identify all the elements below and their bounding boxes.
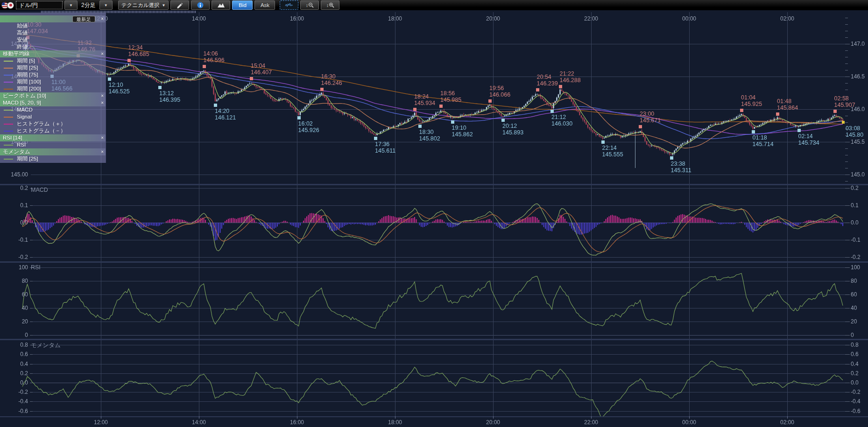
legend-item: 高値 bbox=[0, 29, 106, 36]
timeframe-label[interactable]: 2分足 bbox=[79, 1, 98, 9]
legend-label: 始値 bbox=[17, 23, 28, 28]
legend-section-header[interactable]: 最新足× bbox=[0, 15, 106, 22]
annotation-price: 145.734 bbox=[798, 140, 819, 146]
indicator-tick-label-right: 40 bbox=[851, 305, 857, 311]
indicator-tick-label-right: 0.8 bbox=[851, 342, 859, 348]
chart-canvas[interactable] bbox=[0, 0, 868, 427]
legend-section-header[interactable]: MACD [5, 20, 9]× bbox=[0, 99, 106, 106]
indicator-legend-panel: 最新足×始値高値安値終値移動平均線×期間 [5]期間 [25]期間 [75]期間… bbox=[0, 13, 106, 163]
bottom-annotation: 17:36145.611 bbox=[375, 141, 395, 154]
annotation-price: 145.862 bbox=[452, 131, 473, 138]
zoom-out-button[interactable]: ↕ bbox=[300, 0, 319, 10]
timeframe-dropdown-button[interactable]: ▼ bbox=[99, 0, 113, 10]
indicator-tick-label-right: 60 bbox=[851, 291, 857, 298]
close-icon[interactable]: × bbox=[101, 99, 104, 106]
bottom-annotation: 18:30145.802 bbox=[419, 129, 440, 142]
close-icon[interactable]: × bbox=[101, 92, 104, 99]
annotation-price: 145.80 bbox=[846, 132, 863, 138]
legend-item: Signal bbox=[0, 113, 106, 120]
pane-title-macd: MACD bbox=[31, 187, 48, 193]
bottom-annotation: 01:18145.714 bbox=[753, 134, 774, 147]
info-button[interactable] bbox=[191, 0, 210, 10]
peak-marker bbox=[559, 85, 562, 88]
peak-annotation: 19:56146.066 bbox=[489, 85, 510, 98]
fx-chart-app: ドル/円 ▼ 2分足 ▼ テクニカル選択 ▼ Bid Ask bbox=[0, 0, 868, 427]
legend-item: 期間 [25] bbox=[0, 64, 106, 71]
legend-label: MACD [5, 20, 9] bbox=[3, 100, 41, 105]
latest-bar-button[interactable]: 最新足 bbox=[72, 16, 96, 22]
legend-section-header[interactable]: RSI [14]× bbox=[0, 134, 106, 141]
technical-select-button[interactable]: テクニカル選択 ▼ bbox=[118, 0, 169, 10]
annotation-time: 20:12 bbox=[502, 123, 523, 129]
annotation-price: 145.714 bbox=[753, 141, 774, 147]
price-axis-label-right: 145.5 bbox=[851, 139, 865, 145]
annotation-price: 145.864 bbox=[777, 105, 798, 111]
legend-item: 期間 [200] bbox=[0, 85, 106, 92]
peak-annotation: 12:34146.685 bbox=[128, 44, 149, 57]
annotation-price: 145.934 bbox=[414, 100, 435, 106]
currency-pair-flags bbox=[1, 2, 14, 9]
mountain-icon bbox=[217, 2, 225, 8]
indicator-window-button[interactable] bbox=[280, 0, 298, 10]
legend-label: MACD bbox=[17, 107, 33, 112]
bid-button[interactable]: Bid bbox=[232, 0, 253, 10]
bottom-marker bbox=[108, 77, 111, 81]
ask-button[interactable]: Ask bbox=[254, 0, 275, 10]
annotation-time: 01:48 bbox=[777, 98, 798, 105]
info-icon bbox=[197, 2, 204, 8]
bottom-annotation: 14:20146.121 bbox=[215, 108, 236, 121]
legend-label: RSI bbox=[17, 142, 26, 147]
legend-section-header[interactable]: モメンタム× bbox=[0, 148, 106, 155]
legend-color-swatch bbox=[4, 145, 13, 146]
annotation-time: 18:56 bbox=[440, 90, 461, 97]
close-icon[interactable]: × bbox=[101, 15, 104, 22]
time-axis-label-top: 16:00 bbox=[290, 15, 304, 22]
annotation-price: 146.121 bbox=[215, 114, 236, 121]
bottom-annotation: 23:38145.311 bbox=[671, 161, 692, 174]
annotation-price: 146.288 bbox=[560, 77, 581, 84]
legend-section-header[interactable]: 移動平均線× bbox=[0, 50, 106, 57]
peak-marker bbox=[488, 99, 492, 103]
chart-scrollbar[interactable] bbox=[41, 11, 196, 13]
close-icon[interactable]: × bbox=[101, 134, 104, 141]
legend-label: RSI [14] bbox=[3, 135, 22, 140]
bottom-marker bbox=[601, 140, 605, 144]
pane-title-rsi: RSI bbox=[31, 264, 41, 271]
waveform-icon bbox=[285, 2, 293, 8]
indicator-tick-label-right: 100 bbox=[851, 264, 860, 271]
legend-color-swatch bbox=[4, 110, 13, 111]
time-axis-label-bottom: 02:00 bbox=[780, 419, 794, 426]
legend-label: 期間 [200] bbox=[17, 86, 41, 91]
price-axis-label-right: 145.0 bbox=[851, 171, 865, 178]
indicator-tick-label-left: 80 bbox=[0, 278, 28, 284]
annotation-time: 19:10 bbox=[452, 125, 473, 131]
chart-style-button[interactable] bbox=[212, 0, 230, 10]
draw-pencil-button[interactable] bbox=[170, 0, 189, 10]
annotation-price: 146.525 bbox=[109, 88, 130, 95]
indicator-tick-label-left: 40 bbox=[0, 305, 28, 311]
magnifier-plus-icon bbox=[329, 2, 334, 8]
legend-label: ヒストグラム（－） bbox=[17, 128, 66, 133]
annotation-price: 145.671 bbox=[640, 117, 661, 124]
close-icon[interactable]: × bbox=[101, 50, 104, 57]
technical-select-label: テクニカル選択 bbox=[121, 2, 160, 9]
indicator-tick-label-right: -0.6 bbox=[851, 408, 861, 414]
price-axis-label-right: 147.0 bbox=[851, 41, 865, 47]
annotation-time: 20:54 bbox=[537, 74, 558, 80]
annotation-time: 14:06 bbox=[204, 50, 225, 57]
close-icon[interactable]: × bbox=[101, 148, 104, 155]
legend-color-swatch bbox=[4, 68, 13, 69]
indicator-tick-label-left: 0.0 bbox=[0, 219, 28, 226]
legend-color-swatch bbox=[4, 124, 13, 125]
peak-annotation: 21:22146.288 bbox=[560, 70, 581, 84]
peak-annotation: 16:30146.246 bbox=[321, 73, 342, 86]
annotation-price: 146.395 bbox=[159, 97, 180, 103]
annotation-price: 145.611 bbox=[375, 147, 395, 154]
symbol-field[interactable]: ドル/円 bbox=[16, 1, 63, 9]
legend-section-header[interactable]: ピークボトム [10]× bbox=[0, 92, 106, 99]
zoom-in-button[interactable]: ↕ bbox=[321, 0, 339, 10]
bottom-annotation: 13:12146.395 bbox=[159, 90, 180, 103]
legend-item: 終値 bbox=[0, 43, 106, 50]
indicator-tick-label-right: 80 bbox=[851, 278, 857, 284]
symbol-dropdown-button[interactable]: ▼ bbox=[64, 0, 78, 10]
